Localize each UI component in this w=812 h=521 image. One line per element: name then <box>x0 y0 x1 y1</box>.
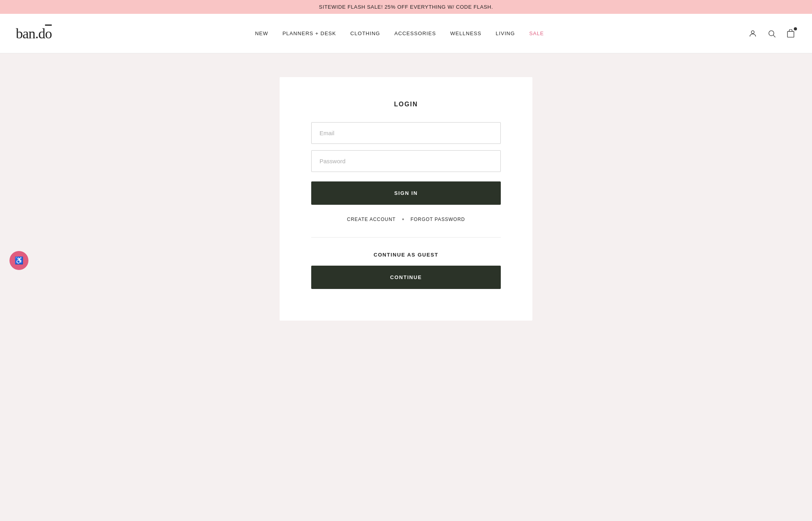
password-input[interactable] <box>311 150 501 172</box>
links-separator: • <box>402 216 404 223</box>
nav-item-living[interactable]: LIVING <box>496 30 515 36</box>
nav-item-sale[interactable]: SALE <box>529 30 544 36</box>
guest-section: CONTINUE AS GUEST CONTINUE <box>311 237 501 289</box>
login-card: LOGIN SIGN IN CREATE ACCOUNT • FORGOT PA… <box>280 77 532 321</box>
logo[interactable]: ban.do <box>16 26 52 41</box>
account-links: CREATE ACCOUNT • FORGOT PASSWORD <box>311 216 501 223</box>
nav-item-clothing[interactable]: CLOTHING <box>350 30 380 36</box>
forgot-password-link[interactable]: FORGOT PASSWORD <box>410 217 465 222</box>
login-title: LOGIN <box>311 101 501 108</box>
main-nav: NEW PLANNERS + DESK CLOTHING ACCESSORIES… <box>255 30 544 36</box>
header-icons <box>747 28 796 39</box>
nav-item-accessories[interactable]: ACCESSORIES <box>395 30 436 36</box>
svg-rect-3 <box>788 31 794 37</box>
header: ban.do NEW PLANNERS + DESK CLOTHING ACCE… <box>0 14 812 53</box>
account-icon[interactable] <box>747 28 758 39</box>
logo-text: ban.do <box>16 26 52 42</box>
accessibility-button[interactable]: ♿ <box>9 251 28 270</box>
sign-in-button[interactable]: SIGN IN <box>311 181 501 205</box>
svg-line-2 <box>773 35 775 37</box>
continue-button[interactable]: CONTINUE <box>311 266 501 289</box>
cart-icon[interactable] <box>785 28 796 39</box>
svg-point-1 <box>769 30 774 36</box>
guest-title: CONTINUE AS GUEST <box>311 252 501 258</box>
login-form: SIGN IN <box>311 122 501 205</box>
announcement-text: SITEWIDE FLASH SALE! 25% OFF EVERYTHING … <box>319 4 493 10</box>
nav-item-new[interactable]: NEW <box>255 30 268 36</box>
email-input[interactable] <box>311 122 501 144</box>
announcement-bar: SITEWIDE FLASH SALE! 25% OFF EVERYTHING … <box>0 0 812 14</box>
create-account-link[interactable]: CREATE ACCOUNT <box>347 217 396 222</box>
main-content: LOGIN SIGN IN CREATE ACCOUNT • FORGOT PA… <box>0 53 812 519</box>
password-group <box>311 150 501 172</box>
nav-item-planners-desk[interactable]: PLANNERS + DESK <box>282 30 336 36</box>
email-group <box>311 122 501 144</box>
svg-point-0 <box>751 30 754 33</box>
accessibility-icon: ♿ <box>15 256 23 265</box>
search-icon[interactable] <box>766 28 777 39</box>
nav-item-wellness[interactable]: WELLNESS <box>450 30 481 36</box>
